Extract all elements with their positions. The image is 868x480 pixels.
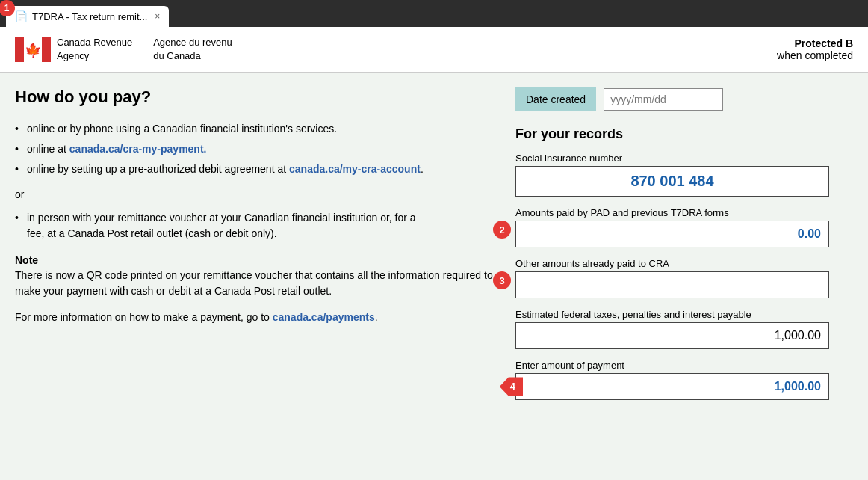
other-field-group: 3 Other amounts already paid to CRA [515,258,829,298]
bullet-item-3: online by setting up a pre-authorized de… [15,159,493,179]
canada-payments-link[interactable]: canada.ca/payments [273,311,375,323]
or-text: or [15,188,493,200]
step-1-badge: 1 [0,0,15,16]
canada-flag-icon: 🍁 [15,37,51,62]
svg-rect-1 [15,37,24,62]
pad-input[interactable] [515,221,829,247]
step-4-badge: 4 [500,377,523,396]
page-title: How do you pay? [15,87,493,107]
sin-label: Social insurance number [515,153,829,164]
enter-amount-field-group: Enter amount of payment 4 [515,360,829,400]
bullet-item-4: in person with your remittance voucher a… [15,208,493,244]
sin-input[interactable] [515,166,829,197]
note-title: Note [15,254,493,266]
protected-b-label: Protected B when completed [777,37,853,61]
my-cra-account-link[interactable]: canada.ca/my-cra-account [289,163,421,175]
svg-rect-2 [42,37,51,62]
right-column: Date created For your records Social ins… [515,87,829,476]
note-section: Note There is now a QR code printed on y… [15,254,493,299]
date-input[interactable] [604,88,723,111]
page-header: 🍁 Canada Revenue Agency Agence du revenu… [0,27,868,73]
bullet-list-online: online or by phone using a Canadian fina… [15,119,493,179]
bullet-list-inperson: in person with your remittance voucher a… [15,208,493,244]
tab-close-button[interactable]: × [155,11,160,22]
pad-field-group: 2 Amounts paid by PAD and previous T7DRA… [515,207,829,247]
note-body: There is now a QR code printed on your r… [15,268,493,299]
tab-title: T7DRA - Tax return remit... [32,11,147,22]
main-content: How do you pay? online or by phone using… [0,73,868,480]
step-3-badge: 3 [493,271,511,289]
date-created-button[interactable]: Date created [515,87,596,111]
browser-chrome: 1 📄 T7DRA - Tax return remit... × [0,0,868,27]
more-info-section: For more information on how to make a pa… [15,310,493,325]
logo-area: 🍁 Canada Revenue Agency Agence du revenu… [15,36,232,63]
enter-amount-label: Enter amount of payment [515,360,829,371]
cra-my-payment-link[interactable]: canada.ca/cra-my-payment. [69,143,207,155]
enter-amount-input[interactable] [515,373,829,400]
agency-name-en: Canada Revenue Agency [57,36,132,63]
step-2-badge: 2 [493,221,511,239]
left-column: How do you pay? online or by phone using… [15,87,493,476]
estimated-field-group: Estimated federal taxes, penalties and i… [515,309,829,349]
estimated-label: Estimated federal taxes, penalties and i… [515,309,829,320]
estimated-input[interactable] [515,322,829,349]
browser-tab[interactable]: 1 📄 T7DRA - Tax return remit... × [6,6,169,27]
pad-label: Amounts paid by PAD and previous T7DRA f… [515,207,829,218]
records-title: For your records [515,126,829,142]
tab-document-icon: 📄 [15,10,28,22]
date-row: Date created [515,87,829,111]
bullet-item-1: online or by phone using a Canadian fina… [15,119,493,139]
sin-field-group: Social insurance number [515,153,829,197]
svg-text:🍁: 🍁 [25,42,42,58]
bullet-item-2: online at canada.ca/cra-my-payment. [15,139,493,159]
other-input[interactable] [515,271,829,298]
other-label: Other amounts already paid to CRA [515,258,829,269]
agency-name-fr: Agence du revenu du Canada [153,36,232,63]
step-4-badge-container: 4 [500,377,523,396]
